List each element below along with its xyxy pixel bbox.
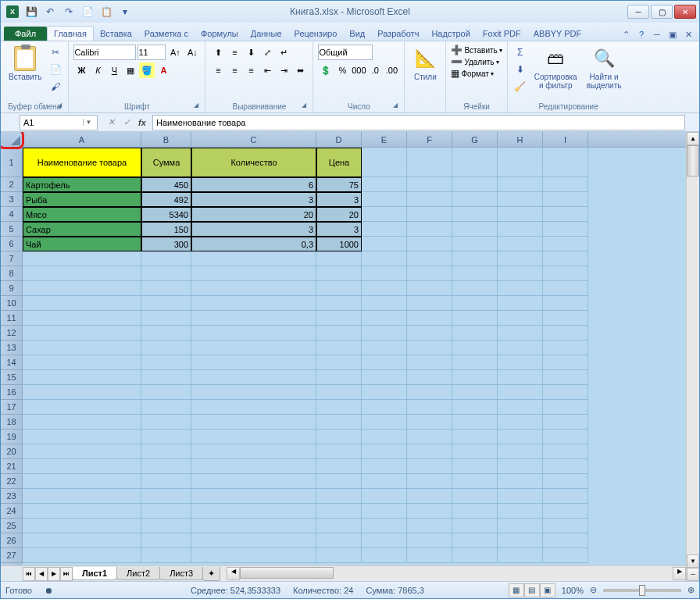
view-normal-icon[interactable]: ▦ xyxy=(509,583,524,597)
cell-G5[interactable] xyxy=(452,222,498,237)
tab-foxit[interactable]: Foxit PDF xyxy=(477,27,527,41)
cell-B18[interactable] xyxy=(141,415,191,430)
cell-G21[interactable] xyxy=(452,459,498,474)
ribbon-minimize-icon[interactable]: ⌃ xyxy=(620,28,632,41)
cell-G3[interactable] xyxy=(452,192,498,207)
cell-A2[interactable]: Картофель xyxy=(23,177,141,192)
cell-D24[interactable] xyxy=(316,504,362,519)
cell-B23[interactable] xyxy=(141,489,191,504)
cell-H7[interactable] xyxy=(498,251,543,266)
cell-B9[interactable] xyxy=(141,281,191,296)
paste-button[interactable]: Вставить xyxy=(5,45,45,83)
zoom-in-button[interactable]: ⊕ xyxy=(688,585,695,595)
col-header-H[interactable]: H xyxy=(498,132,543,147)
currency-icon[interactable]: 💲 xyxy=(318,62,334,78)
cell-D10[interactable] xyxy=(316,296,362,311)
cell-B22[interactable] xyxy=(141,474,191,489)
cell-C23[interactable] xyxy=(191,489,316,504)
cell-B25[interactable] xyxy=(141,519,191,533)
cell-B5[interactable]: 150 xyxy=(141,222,191,237)
format-cells-button[interactable]: ▦Формат▾ xyxy=(451,68,494,79)
cell-D14[interactable] xyxy=(316,355,362,370)
cell-I3[interactable] xyxy=(543,192,588,207)
cell-D18[interactable] xyxy=(316,415,362,430)
cell-A16[interactable] xyxy=(23,385,141,400)
cell-E12[interactable] xyxy=(362,326,407,341)
font-size-select[interactable] xyxy=(138,45,166,60)
cell-A20[interactable] xyxy=(23,444,141,459)
cell-I7[interactable] xyxy=(543,251,588,266)
cell-I17[interactable] xyxy=(543,400,588,415)
row-header-2[interactable]: 2 xyxy=(1,177,23,192)
number-format-select[interactable] xyxy=(318,45,373,60)
clear-icon[interactable]: 🧹 xyxy=(512,79,528,94)
cell-G8[interactable] xyxy=(452,266,498,281)
cell-F6[interactable] xyxy=(407,237,452,251)
tab-layout[interactable]: Разметка с xyxy=(138,27,195,41)
cell-H20[interactable] xyxy=(498,444,543,459)
cell-I14[interactable] xyxy=(543,355,588,370)
close-button[interactable]: ✕ xyxy=(674,5,696,19)
row-header-26[interactable]: 26 xyxy=(1,533,23,548)
cell-C12[interactable] xyxy=(191,326,316,341)
scroll-right-icon[interactable]: ▶ xyxy=(673,567,686,580)
cell-C2[interactable]: 6 xyxy=(191,177,316,192)
cell-I8[interactable] xyxy=(543,266,588,281)
decrease-font-icon[interactable]: A↓ xyxy=(184,45,200,60)
col-header-A[interactable]: A xyxy=(23,132,141,147)
tab-insert[interactable]: Вставка xyxy=(94,27,138,41)
cell-G12[interactable] xyxy=(452,326,498,341)
cell-B10[interactable] xyxy=(141,296,191,311)
cell-D8[interactable] xyxy=(316,266,362,281)
tab-review[interactable]: Рецензиро xyxy=(288,27,344,41)
cell-C7[interactable] xyxy=(191,251,316,266)
cell-F3[interactable] xyxy=(407,192,452,207)
underline-button[interactable]: Ч xyxy=(106,62,122,78)
cell-I27[interactable] xyxy=(543,548,588,563)
cell-B16[interactable] xyxy=(141,385,191,400)
cell-B12[interactable] xyxy=(141,326,191,341)
cell-D27[interactable] xyxy=(316,548,362,563)
cell-H22[interactable] xyxy=(498,474,543,489)
cell-H24[interactable] xyxy=(498,504,543,519)
cell-F2[interactable] xyxy=(407,177,452,192)
cell-C18[interactable] xyxy=(191,415,316,430)
cell-D26[interactable] xyxy=(316,533,362,548)
cell-A10[interactable] xyxy=(23,296,141,311)
row-header-7[interactable]: 7 xyxy=(1,251,23,266)
cell-H25[interactable] xyxy=(498,519,543,533)
cell-C20[interactable] xyxy=(191,444,316,459)
cell-C10[interactable] xyxy=(191,296,316,311)
cell-F13[interactable] xyxy=(407,341,452,355)
cell-A19[interactable] xyxy=(23,430,141,444)
row-header-27[interactable]: 27 xyxy=(1,548,23,563)
cell-A18[interactable] xyxy=(23,415,141,430)
zoom-thumb[interactable] xyxy=(639,585,645,596)
styles-button[interactable]: 📐 Стили xyxy=(409,45,441,83)
hscroll-thumb[interactable] xyxy=(240,567,334,579)
cell-G1[interactable] xyxy=(452,148,498,177)
cut-icon[interactable]: ✂ xyxy=(48,45,63,60)
delete-cells-button[interactable]: ➖Удалить▾ xyxy=(451,56,498,67)
copy-icon[interactable]: 📄 xyxy=(48,62,63,77)
cell-F12[interactable] xyxy=(407,326,452,341)
cell-G24[interactable] xyxy=(452,504,498,519)
cell-C8[interactable] xyxy=(191,266,316,281)
zoom-slider[interactable] xyxy=(603,589,681,592)
cell-I18[interactable] xyxy=(543,415,588,430)
border-button[interactable]: ▦ xyxy=(123,62,138,78)
col-header-D[interactable]: D xyxy=(316,132,362,147)
cell-G11[interactable] xyxy=(452,311,498,326)
row-header-14[interactable]: 14 xyxy=(1,355,23,370)
scroll-left-icon[interactable]: ◀ xyxy=(227,567,240,580)
cell-B24[interactable] xyxy=(141,504,191,519)
tab-home[interactable]: Главная xyxy=(47,26,94,41)
cell-I1[interactable] xyxy=(543,148,588,177)
cell-C11[interactable] xyxy=(191,311,316,326)
cell-H11[interactable] xyxy=(498,311,543,326)
cell-E6[interactable] xyxy=(362,237,407,251)
select-all-button[interactable] xyxy=(1,132,23,147)
row-header-25[interactable]: 25 xyxy=(1,519,23,533)
cell-I6[interactable] xyxy=(543,237,588,251)
cell-D23[interactable] xyxy=(316,489,362,504)
